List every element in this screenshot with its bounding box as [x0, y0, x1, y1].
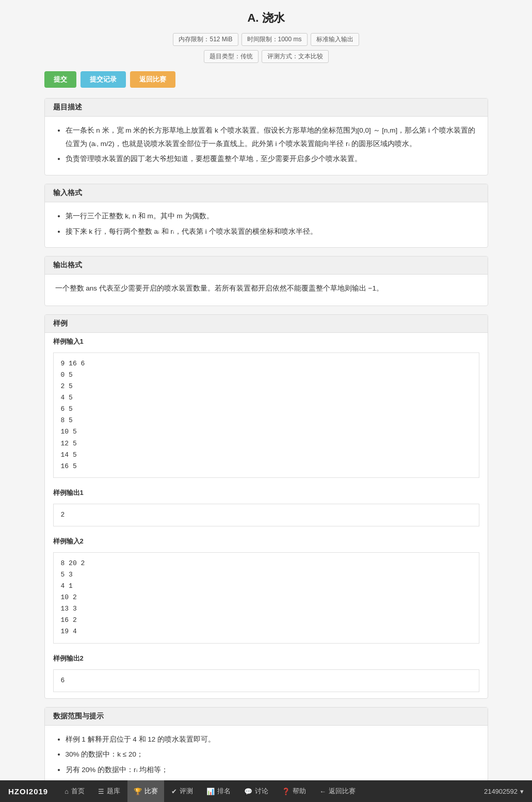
- nav-discuss[interactable]: 💬 讨论: [238, 780, 275, 802]
- sample-output1-label: 样例输出1: [45, 484, 488, 502]
- nav-items: ⌂ 首页 ☰ 题库 🏆 比赛 ✔ 评测 📊 排名 💬 讨论 ❓ 帮助 ←: [58, 780, 484, 802]
- output-format-header: 输出格式: [45, 256, 488, 275]
- task-icon: ✔: [171, 788, 177, 795]
- sample-input1-code: 9 16 6 0 5 2 5 4 5 6 5 8 5 10 5 12 5 14 …: [53, 352, 479, 478]
- meta-type: 题目类型：传统: [204, 50, 259, 63]
- hint-item-2: 另有 20% 的数据中：rᵢ 均相等；: [66, 763, 477, 777]
- meta-bar-row2: 题目类型：传统 评测方式：文本比较: [44, 50, 488, 63]
- description-body: 在一条长 n 米，宽 m 米的长方形草地上放置着 k 个喷水装置。假设长方形草地…: [45, 117, 488, 175]
- history-button[interactable]: 提交记录: [80, 71, 126, 88]
- problem-title: A. 浇水: [44, 10, 488, 26]
- meta-judge: 评测方式：文本比较: [262, 50, 329, 63]
- input-item-2: 接下来 k 行，每行两个整数 aᵢ 和 rᵢ，代表第 i 个喷水装置的横坐标和喷…: [66, 225, 477, 238]
- description-item-1: 在一条长 n 米，宽 m 米的长方形草地上放置着 k 个喷水装置。假设长方形草地…: [66, 124, 477, 150]
- home-icon: ⌂: [65, 788, 69, 795]
- back-button[interactable]: 返回比赛: [130, 71, 175, 88]
- bar-icon: 📊: [206, 788, 215, 795]
- input-format-section: 输入格式 第一行三个正整数 k, n 和 m。其中 m 为偶数。 接下来 k 行…: [44, 184, 488, 248]
- description-header: 题目描述: [45, 99, 488, 117]
- back-icon: ←: [319, 788, 326, 795]
- help-icon: ❓: [282, 788, 290, 795]
- input-item-1: 第一行三个正整数 k, n 和 m。其中 m 为偶数。: [66, 210, 477, 223]
- sample-input1-label: 样例输入1: [45, 333, 488, 350]
- user-id: 214902592: [484, 788, 518, 795]
- nav-problems[interactable]: ☰ 题库: [92, 780, 126, 802]
- bottom-nav: HZOI2019 ⌂ 首页 ☰ 题库 🏆 比赛 ✔ 评测 📊 排名 💬 讨论 ❓…: [0, 780, 532, 802]
- hint-item-0: 样例 1 解释开启位于 4 和 12 的喷水装置即可。: [66, 733, 477, 746]
- output-format-section: 输出格式 一个整数 ans 代表至少需要开启的喷水装置数量。若所有装置都开启依然…: [44, 256, 488, 306]
- nav-rank[interactable]: 📊 排名: [200, 780, 237, 802]
- chat-icon: 💬: [244, 788, 252, 795]
- description-section: 题目描述 在一条长 n 米，宽 m 米的长方形草地上放置着 k 个喷水装置。假设…: [44, 98, 488, 175]
- dropdown-icon: ▾: [520, 788, 524, 795]
- action-buttons: 提交 提交记录 返回比赛: [44, 71, 488, 88]
- sample-output1-code: 2: [53, 504, 479, 526]
- submit-button[interactable]: 提交: [44, 71, 76, 88]
- nav-user[interactable]: 214902592 ▾: [484, 788, 524, 795]
- sample-output2-label: 样例输出2: [45, 650, 488, 667]
- list-icon: ☰: [98, 788, 104, 795]
- samples-header: 样例: [45, 315, 488, 333]
- meta-io: 标准输入输出: [311, 33, 359, 46]
- nav-back-contest[interactable]: ← 返回比赛: [313, 780, 362, 802]
- meta-bar-row1: 内存限制：512 MiB 时间限制：1000 ms 标准输入输出: [44, 33, 488, 46]
- hint-item-1: 30% 的数据中：k ≤ 20；: [66, 748, 477, 761]
- sample-input2-code: 8 20 2 5 3 4 1 10 2 13 3 16 2 19 4: [53, 552, 479, 644]
- nav-help[interactable]: ❓ 帮助: [276, 780, 312, 802]
- nav-home[interactable]: ⌂ 首页: [58, 780, 91, 802]
- output-format-text: 一个整数 ans 代表至少需要开启的喷水装置数量。若所有装置都开启依然不能覆盖整…: [55, 282, 477, 295]
- samples-section: 样例 样例输入1 9 16 6 0 5 2 5 4 5 6 5 8 5 10 5…: [44, 314, 488, 699]
- nav-judge[interactable]: ✔ 评测: [165, 780, 199, 802]
- output-format-body: 一个整数 ans 代表至少需要开启的喷水装置数量。若所有装置都开启依然不能覆盖整…: [45, 275, 488, 306]
- sample-output2-code: 6: [53, 669, 479, 692]
- nav-contest[interactable]: 🏆 比赛: [127, 780, 164, 802]
- input-format-body: 第一行三个正整数 k, n 和 m。其中 m 为偶数。 接下来 k 行，每行两个…: [45, 202, 488, 247]
- trophy-icon: 🏆: [134, 788, 142, 795]
- site-logo: HZOI2019: [8, 787, 48, 796]
- meta-time: 时间限制：1000 ms: [241, 33, 308, 46]
- description-item-2: 负责管理喷水装置的园丁老大爷想知道，要想覆盖整个草地，至少需要开启多少个喷水装置…: [66, 152, 477, 166]
- input-format-header: 输入格式: [45, 184, 488, 202]
- sample-input2-label: 样例输入2: [45, 533, 488, 550]
- meta-memory: 内存限制：512 MiB: [173, 33, 238, 46]
- hint-header: 数据范围与提示: [45, 708, 488, 726]
